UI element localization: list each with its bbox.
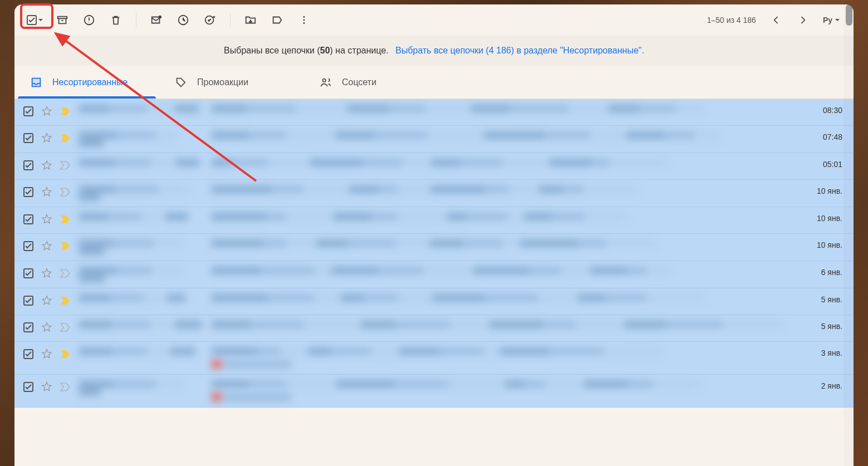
toolbar-divider	[136, 13, 136, 27]
star-icon[interactable]	[41, 187, 52, 198]
time-cell: 10 янв.	[817, 213, 842, 223]
star-icon[interactable]	[41, 381, 52, 393]
selection-banner: Выбраны все цепочки (50) на странице. Вы…	[14, 36, 854, 66]
time-cell: 5 янв.	[821, 294, 842, 304]
sender-cell	[79, 267, 202, 282]
input-language-button[interactable]: Ру	[818, 16, 845, 24]
row-checkbox[interactable]	[23, 349, 33, 359]
subject-cell	[212, 380, 812, 401]
time-cell: 3 янв.	[821, 347, 842, 357]
add-task-button[interactable]	[199, 9, 221, 31]
subject-cell	[212, 185, 808, 193]
importance-icon[interactable]	[60, 296, 70, 305]
mail-row[interactable]: 5 янв.	[14, 288, 854, 315]
mail-row[interactable]: 10 янв.	[14, 234, 854, 261]
importance-icon[interactable]	[60, 161, 70, 170]
subject-cell	[212, 267, 812, 274]
row-checkbox[interactable]	[23, 160, 33, 170]
snooze-button[interactable]	[172, 9, 194, 31]
mail-row[interactable]: 08:30	[14, 99, 854, 126]
importance-icon[interactable]	[60, 269, 70, 278]
row-checkbox[interactable]	[23, 382, 33, 392]
sender-cell	[79, 213, 202, 220]
time-cell: 10 янв.	[817, 239, 842, 249]
scrollbar-track[interactable]	[844, 4, 854, 466]
sender-cell	[79, 131, 202, 147]
time-cell: 05:01	[823, 159, 842, 169]
label-button[interactable]	[266, 9, 288, 31]
sender-cell	[79, 239, 202, 255]
mail-row[interactable]: 2 янв.	[14, 375, 854, 408]
mail-row[interactable]: 05:01	[14, 153, 854, 180]
importance-icon[interactable]	[60, 188, 70, 197]
tag-icon	[175, 76, 187, 89]
select-all-link[interactable]: Выбрать все цепочки (4 186) в разделе "Н…	[395, 46, 644, 55]
mark-unread-button[interactable]	[145, 9, 168, 31]
importance-icon[interactable]	[60, 242, 70, 251]
row-checkbox[interactable]	[23, 322, 33, 332]
importance-icon[interactable]	[60, 134, 70, 143]
pagination-info: 1–50 из 4 186	[707, 16, 756, 24]
subject-cell	[212, 213, 808, 220]
mail-row[interactable]: 10 янв.	[14, 180, 854, 207]
banner-count: 50	[320, 46, 330, 55]
row-checkbox[interactable]	[23, 106, 33, 116]
mail-row[interactable]: 10 янв.	[14, 207, 854, 234]
row-checkbox[interactable]	[23, 241, 33, 251]
tab-label: Несортированные	[52, 77, 127, 87]
input-language-label: Ру	[823, 16, 832, 24]
star-icon[interactable]	[41, 322, 52, 333]
tab-primary[interactable]: Несортированные	[14, 66, 159, 99]
sender-cell	[79, 380, 202, 396]
star-icon[interactable]	[41, 349, 52, 360]
banner-text-before: Выбраны все цепочки (	[224, 46, 320, 55]
star-icon[interactable]	[41, 160, 52, 171]
inbox-icon	[30, 76, 42, 89]
importance-icon[interactable]	[60, 350, 70, 359]
star-icon[interactable]	[41, 214, 52, 225]
subject-cell	[212, 131, 814, 139]
importance-icon[interactable]	[60, 107, 70, 116]
sender-cell	[79, 321, 202, 328]
star-icon[interactable]	[41, 295, 52, 306]
next-page-button[interactable]	[792, 9, 814, 31]
select-all-control[interactable]	[23, 13, 47, 27]
time-cell: 6 янв.	[821, 267, 842, 277]
row-checkbox[interactable]	[23, 268, 33, 278]
archive-button[interactable]	[51, 9, 73, 31]
time-cell: 10 янв.	[817, 185, 842, 195]
row-checkbox[interactable]	[23, 187, 33, 197]
svg-point-6	[303, 19, 305, 21]
star-icon[interactable]	[41, 106, 52, 117]
importance-icon[interactable]	[60, 323, 70, 332]
row-checkbox[interactable]	[23, 296, 33, 306]
star-icon[interactable]	[41, 241, 52, 252]
importance-icon[interactable]	[60, 215, 70, 224]
toolbar-divider	[230, 13, 231, 27]
row-checkbox[interactable]	[23, 133, 33, 143]
spam-button[interactable]	[78, 9, 100, 31]
mail-row[interactable]: 07:48	[14, 126, 854, 153]
mail-row[interactable]: 3 янв.	[14, 342, 854, 375]
tab-promotions[interactable]: Промоакции	[159, 66, 304, 99]
star-icon[interactable]	[41, 268, 52, 279]
row-checkbox[interactable]	[23, 214, 33, 224]
sender-cell	[79, 347, 202, 355]
mail-list: 08:3007:4805:0110 янв.10 янв.10 янв.6 ян…	[14, 99, 854, 466]
scrollbar-thumb[interactable]	[846, 4, 852, 26]
subject-cell	[212, 347, 812, 369]
toolbar: 1–50 из 4 186 Ру	[14, 4, 854, 36]
delete-button[interactable]	[105, 9, 127, 31]
star-icon[interactable]	[41, 133, 52, 144]
prev-page-button[interactable]	[765, 9, 787, 31]
move-button[interactable]	[239, 9, 262, 31]
category-tabs: Несортированные Промоакции Соцсети	[14, 66, 854, 99]
mail-row[interactable]: 5 янв.	[14, 315, 854, 342]
mail-row[interactable]: 6 янв.	[14, 261, 854, 288]
sender-cell	[79, 185, 202, 201]
select-all-checkbox-icon	[27, 15, 37, 25]
more-button[interactable]	[293, 9, 315, 31]
tab-social[interactable]: Соцсети	[304, 66, 449, 99]
importance-icon[interactable]	[60, 382, 70, 391]
time-cell: 5 янв.	[821, 321, 842, 331]
